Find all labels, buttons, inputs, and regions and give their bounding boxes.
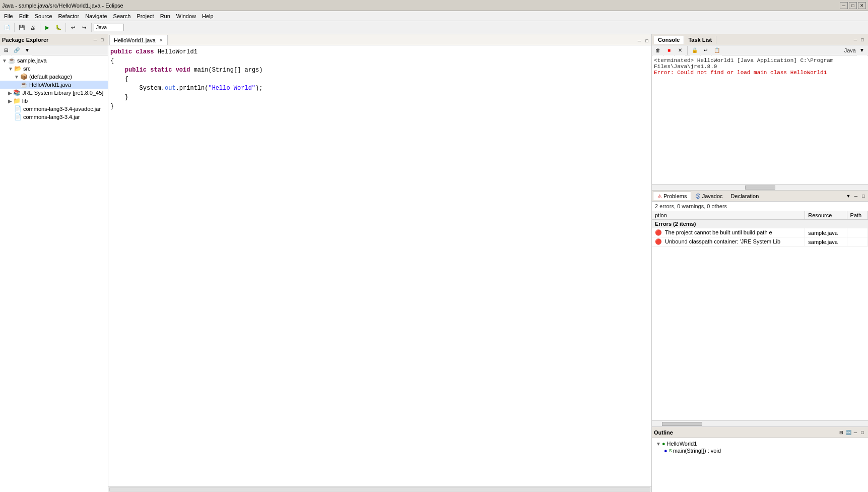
code-line-2: {: [110, 56, 649, 66]
package-explorer-panel: Package Explorer ─ □ ⊟ 🔗 ▼ ▼ ☕ sample.ja…: [0, 34, 108, 492]
outline-collapse-icon: ▼: [656, 441, 661, 447]
pe-link-btn[interactable]: 🔗: [12, 45, 22, 55]
error-resource-2: sample.java: [805, 237, 847, 247]
error-path-1: [847, 228, 867, 237]
javadoc-tab[interactable]: @ Javadoc: [691, 192, 726, 200]
menu-project[interactable]: Project: [133, 12, 157, 20]
toolbar-new-btn[interactable]: 📄: [2, 23, 12, 33]
col-description[interactable]: ption: [652, 211, 805, 220]
close-button[interactable]: ✕: [858, 2, 866, 9]
toolbar-run-btn[interactable]: ▶: [42, 23, 52, 33]
console-scrollbar-area[interactable]: [652, 184, 868, 190]
declaration-tab[interactable]: Declaration: [727, 192, 763, 200]
console-clear-btn[interactable]: 🗑: [653, 45, 663, 55]
menu-edit[interactable]: Edit: [16, 12, 32, 20]
menu-search[interactable]: Search: [110, 12, 134, 20]
outline-method-item[interactable]: ● S main(String[]) : void: [654, 447, 866, 454]
tree-item-jre[interactable]: ▶ 📚 JRE System Library [jre1.8.0_45]: [0, 89, 108, 97]
menu-window[interactable]: Window: [173, 12, 199, 20]
outline-collapse-btn[interactable]: ⊟: [838, 429, 845, 436]
prob-controls: ▼ ─ □: [845, 193, 867, 200]
error-desc-2: 🔴 Unbound classpath container: 'JRE Syst…: [652, 237, 805, 247]
menu-source[interactable]: Source: [32, 12, 55, 20]
sep1: [14, 23, 15, 32]
package-explorer-title: Package Explorer: [2, 37, 92, 43]
toolbar-redo-btn[interactable]: ↪: [79, 23, 89, 33]
console-minimize-btn[interactable]: ─: [852, 36, 859, 43]
console-terminate-btn[interactable]: ■: [664, 45, 674, 55]
console-word-wrap-btn[interactable]: ↵: [701, 45, 711, 55]
tree-item-hellworld-java[interactable]: ☕ HelloWorld1.java: [0, 81, 108, 89]
editor-tab-close[interactable]: ✕: [159, 38, 163, 43]
sep3: [65, 23, 66, 32]
console-hscroll-thumb[interactable]: [745, 186, 775, 190]
editor-minimize-btn[interactable]: ─: [636, 37, 643, 44]
outline-class-item[interactable]: ▼ ● HelloWorld1: [654, 440, 866, 447]
package-tree: ▼ ☕ sample.java ▼ 📂 src ▼ 📦 (default pac…: [0, 55, 108, 492]
tree-item-jar[interactable]: 📄 commons-lang3-3.4.jar: [0, 113, 108, 121]
tasklist-tab[interactable]: Task List: [684, 36, 716, 44]
menu-file[interactable]: File: [1, 12, 16, 20]
tree-item-lib[interactable]: ▶ 📁 lib: [0, 97, 108, 105]
console-maximize-btn[interactable]: □: [859, 36, 866, 43]
tree-item-src[interactable]: ▼ 📂 src: [0, 65, 108, 73]
col-resource[interactable]: Resource: [805, 211, 847, 220]
tree-item-sample-java[interactable]: ▼ ☕ sample.java: [0, 56, 108, 65]
code-line-6: }: [110, 93, 649, 102]
editor-hscroll-track[interactable]: [109, 487, 650, 491]
menu-run[interactable]: Run: [157, 12, 173, 20]
error-row-2[interactable]: 🔴 Unbound classpath container: 'JRE Syst…: [652, 237, 868, 247]
toolbar-debug-btn[interactable]: 🐛: [53, 23, 63, 33]
outline-minimize-btn[interactable]: ─: [852, 429, 859, 436]
console-error-text: Error: Could not find or load main class…: [654, 70, 866, 76]
pe-maximize-btn[interactable]: □: [99, 36, 106, 43]
problems-tab-bar: ⚠ Problems @ Javadoc Declaration ▼ ─ □: [652, 191, 868, 202]
toolbar-print-btn[interactable]: 🖨: [28, 23, 38, 33]
console-open-console-btn[interactable]: ▼: [857, 45, 867, 55]
perspective-label: Java: [94, 24, 124, 31]
pe-collapse-btn[interactable]: ⊟: [1, 45, 11, 55]
main-layout: Package Explorer ─ □ ⊟ 🔗 ▼ ▼ ☕ sample.ja…: [0, 34, 868, 492]
pe-menu-btn[interactable]: ▼: [22, 45, 32, 55]
prob-maximize-btn[interactable]: □: [860, 193, 867, 200]
menu-help[interactable]: Help: [199, 12, 217, 20]
error-desc-1: 🔴 The project cannot be built until buil…: [652, 228, 805, 237]
pe-minimize-btn[interactable]: ─: [92, 36, 99, 43]
problems-panel: ⚠ Problems @ Javadoc Declaration ▼ ─ □: [652, 191, 868, 426]
tree-item-jar-javadoc[interactable]: 📄 commons-lang3-3.4-javadoc.jar: [0, 105, 108, 113]
maximize-button[interactable]: □: [849, 2, 857, 9]
problems-hscrollbar[interactable]: [652, 420, 868, 426]
editor-content[interactable]: public class HelloWorld1 { public static…: [108, 45, 651, 486]
java-label: Java: [844, 47, 856, 53]
console-sep: [687, 46, 688, 55]
toolbar-save-btn[interactable]: 💾: [17, 23, 27, 33]
title-bar-buttons[interactable]: ─ □ ✕: [840, 2, 866, 9]
console-copy-btn[interactable]: 📋: [712, 45, 722, 55]
editor-hscrollbar[interactable]: [108, 486, 651, 492]
col-path[interactable]: Path: [847, 211, 867, 220]
editor-area: HelloWorld1.java ✕ ─ □ public class Hell…: [108, 34, 651, 492]
outline-maximize-btn[interactable]: □: [859, 429, 866, 436]
editor-tab-label: HelloWorld1.java: [114, 37, 156, 43]
console-content: <terminated> HelloWorld1 [Java Applicati…: [652, 55, 868, 184]
outline-sort-btn[interactable]: 🔤: [845, 429, 852, 436]
minimize-button[interactable]: ─: [840, 2, 848, 9]
console-scroll-lock-btn[interactable]: 🔒: [690, 45, 700, 55]
problems-tab[interactable]: ⚠ Problems: [653, 192, 691, 200]
console-tab[interactable]: Console: [654, 36, 684, 44]
toolbar-undo-btn[interactable]: ↩: [68, 23, 78, 33]
problems-hscroll-thumb[interactable]: [662, 422, 702, 426]
prob-filter-btn[interactable]: ▼: [845, 193, 852, 200]
menu-navigate[interactable]: Navigate: [82, 12, 110, 20]
error-resource-1: sample.java: [805, 228, 847, 237]
editor-tab-helloworld[interactable]: HelloWorld1.java ✕: [109, 35, 168, 45]
editor-maximize-btn[interactable]: □: [643, 37, 650, 44]
console-remove-btn[interactable]: ✕: [675, 45, 685, 55]
menu-refactor[interactable]: Refactor: [55, 12, 83, 20]
tree-item-default-pkg[interactable]: ▼ 📦 (default package): [0, 73, 108, 81]
prob-minimize-btn[interactable]: ─: [852, 193, 859, 200]
code-line-5: System.out.println("Hello World");: [110, 84, 649, 93]
error-row-1[interactable]: 🔴 The project cannot be built until buil…: [652, 228, 868, 237]
problems-table: ption Resource Path Errors (2 items) 🔴: [652, 211, 868, 247]
outline-tab-bar: Outline ⊟ 🔤 ─ □: [652, 427, 868, 438]
